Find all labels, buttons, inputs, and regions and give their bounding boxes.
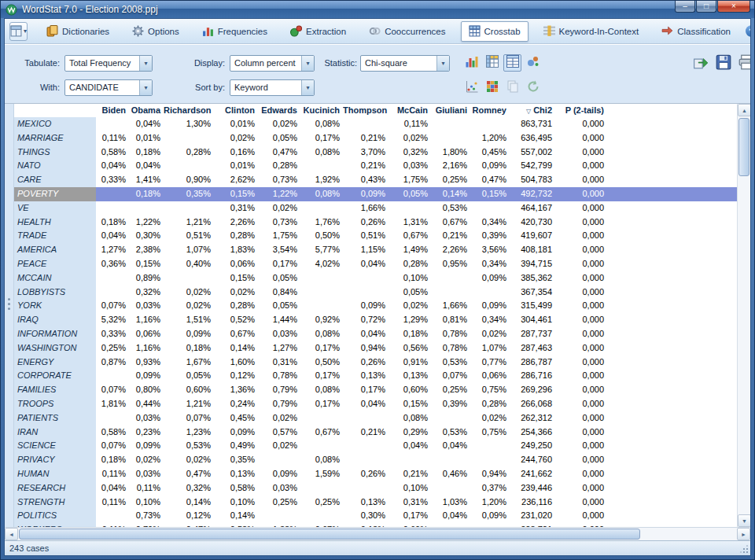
- table-row[interactable]: MARRIAGE0,11%0,01%0,02%0,05%0,17%0,21%0,…: [14, 131, 737, 146]
- help-button[interactable]: ? ▾: [746, 25, 751, 37]
- copy-button: [503, 79, 521, 97]
- table-row[interactable]: RESEARCH0,04%0,11%0,32%0,58%0,03%0,10%0,…: [14, 481, 737, 496]
- table-row[interactable]: CARE0,33%1,41%0,90%2,62%0,73%1,92%0,43%1…: [14, 173, 737, 187]
- table-row[interactable]: WASHINGTON0,25%1,16%0,18%0,14%1,27%0,17%…: [14, 341, 737, 356]
- tab-keyword-in-context[interactable]: Keyword-In-Context: [536, 21, 647, 42]
- value-cell: 1,29%: [389, 313, 431, 327]
- bubble-chart-button[interactable]: [524, 54, 542, 72]
- layout-menu-button[interactable]: ▾: [9, 22, 28, 41]
- table-row[interactable]: LOBBYISTS0,32%0,02%0,02%0,84%0,05%367,35…: [14, 286, 737, 300]
- sort-by-dropdown[interactable]: Keyword ▾: [230, 79, 315, 96]
- table-row[interactable]: POVERTY0,18%0,35%0,15%1,22%0,08%0,09%0,0…: [14, 187, 737, 201]
- table-row[interactable]: PEACE0,36%0,15%0,40%0,06%0,17%4,02%0,04%…: [14, 257, 737, 271]
- column-header-giuliani[interactable]: Giuliani: [431, 104, 470, 117]
- value-cell: 0,04%: [96, 481, 129, 496]
- dot-plot-button[interactable]: [462, 79, 481, 97]
- resize-grip[interactable]: [740, 545, 748, 553]
- table-row[interactable]: INFORMATION0,33%0,06%0,09%0,67%0,03%0,08…: [14, 327, 737, 341]
- column-header-chi2[interactable]: ▽Chi2: [510, 104, 555, 117]
- value-cell: 286,716: [510, 369, 555, 383]
- with-dropdown[interactable]: CANDIDATE ▾: [64, 79, 153, 96]
- vertical-scroll-thumb[interactable]: [738, 118, 749, 176]
- column-header-thompson[interactable]: Thompson: [343, 104, 389, 117]
- table-row[interactable]: AMERICA1,27%2,38%1,07%1,83%3,54%5,77%1,1…: [14, 243, 737, 257]
- value-cell: 0,10%: [389, 481, 431, 496]
- table-row[interactable]: MCCAIN0,89%0,15%0,05%0,10%0,09%385,3620,…: [14, 271, 737, 286]
- tab-cooccurrences[interactable]: Cooccurrences: [361, 21, 453, 42]
- statistic-dropdown[interactable]: Chi-square ▾: [360, 55, 450, 72]
- save-button[interactable]: [713, 54, 734, 73]
- title-bar[interactable]: WordStat 7.0 - Election 2008.ppj – □ ×: [1, 1, 754, 18]
- value-cell: 0,05%: [258, 271, 300, 286]
- bar-chart-button[interactable]: [462, 54, 481, 72]
- horizontal-scroll-thumb[interactable]: [19, 529, 640, 540]
- table-row[interactable]: YORK0,07%0,03%0,02%0,28%0,05%0,09%0,02%1…: [14, 299, 737, 313]
- print-icon: [738, 54, 751, 73]
- tab-classification[interactable]: Classification: [654, 21, 738, 42]
- table-row[interactable]: IRAN0,58%0,23%1,23%0,09%0,57%0,67%0,21%0…: [14, 426, 737, 440]
- table-row[interactable]: CORPORATE0,09%0,05%0,12%0,78%0,17%0,13%0…: [14, 369, 737, 383]
- table-row[interactable]: TROOPS1,81%0,44%1,21%0,24%0,79%0,17%0,04…: [14, 397, 737, 411]
- table-row[interactable]: TRADE0,04%0,30%0,51%0,28%1,75%0,50%0,51%…: [14, 229, 737, 243]
- column-header-p-2-tails-[interactable]: P (2-tails): [555, 104, 607, 117]
- value-cell: 0,14%: [214, 341, 258, 356]
- table-row[interactable]: POLITICS0,73%0,12%0,14%0,30%0,17%0,04%0,…: [14, 509, 737, 523]
- value-cell: 394,715: [510, 257, 555, 271]
- column-header-biden[interactable]: Biden: [96, 104, 129, 117]
- value-cell: 0,36%: [96, 257, 129, 271]
- table-row[interactable]: STRENGTH0,11%0,10%0,14%0,10%0,25%0,25%0,…: [14, 496, 737, 510]
- maximize-button[interactable]: □: [696, 1, 716, 13]
- tab-crosstab[interactable]: Crosstab: [461, 21, 528, 42]
- table-row[interactable]: PATIENTS0,03%0,07%0,45%0,02%0,08%0,02%26…: [14, 411, 737, 426]
- table-row[interactable]: ENERGY0,87%0,93%1,67%1,60%0,31%0,50%0,26…: [14, 356, 737, 370]
- horizontal-scrollbar[interactable]: ◄ ►: [5, 527, 750, 540]
- table-row[interactable]: VE0,31%0,02%1,66%0,53%464,1670,000: [14, 201, 737, 216]
- close-button[interactable]: ×: [717, 1, 750, 13]
- table-row[interactable]: HEALTH0,18%1,22%1,21%2,26%0,73%1,76%0,26…: [14, 216, 737, 230]
- scroll-left-button[interactable]: ◄: [5, 528, 18, 540]
- tab-dictionaries[interactable]: Dictionaries: [39, 21, 117, 42]
- print-button[interactable]: [736, 54, 751, 73]
- crosstab-grid-button[interactable]: [483, 54, 501, 72]
- heatmap-button[interactable]: [483, 79, 501, 97]
- keyword-cell: TROOPS: [14, 397, 96, 411]
- column-header-romney[interactable]: Romney: [470, 104, 510, 117]
- table-view-button[interactable]: [503, 54, 521, 72]
- tab-options[interactable]: Options: [124, 21, 187, 42]
- splitter-gutter[interactable]: [5, 104, 14, 527]
- value-cell: 0,06%: [470, 369, 510, 383]
- table-row[interactable]: MEXICO0,04%1,30%0,01%0,02%0,08%0,11%863,…: [14, 117, 737, 131]
- table-row[interactable]: IRAQ5,32%1,16%1,51%0,52%1,44%0,92%0,72%1…: [14, 313, 737, 327]
- column-header-kucinich[interactable]: Kucinich: [300, 104, 343, 117]
- tabulate-dropdown[interactable]: Total Frequency ▾: [64, 55, 153, 72]
- value-cell: 0,18%: [389, 327, 431, 341]
- export-button[interactable]: [691, 54, 711, 73]
- vertical-scrollbar[interactable]: ▲ ▼: [737, 104, 750, 527]
- column-header-mccain[interactable]: McCain: [389, 104, 431, 117]
- minimize-button[interactable]: –: [675, 1, 695, 13]
- value-cell: 1,22%: [258, 187, 300, 201]
- table-row[interactable]: SCIENCE0,07%0,09%0,53%0,49%0,02%0,04%0,0…: [14, 439, 737, 453]
- tab-extraction[interactable]: Extraction: [282, 21, 354, 42]
- value-cell: 0,000: [555, 131, 607, 146]
- column-header-edwards[interactable]: Edwards: [258, 104, 300, 117]
- value-cell: 0,17%: [343, 383, 389, 397]
- column-header-clinton[interactable]: Clinton: [214, 104, 258, 117]
- column-header-obama[interactable]: Obama: [129, 104, 164, 117]
- table-row[interactable]: NATO0,04%0,04%0,01%0,28%0,21%0,03%2,16%0…: [14, 159, 737, 173]
- keyword-column-header[interactable]: [14, 104, 96, 117]
- dropdown-arrow-icon: ▾: [306, 60, 309, 67]
- table-row[interactable]: HUMAN0,11%0,03%0,47%0,13%0,09%1,59%0,26%…: [14, 467, 737, 481]
- scroll-down-button[interactable]: ▼: [738, 514, 750, 527]
- table-row[interactable]: FAMILIES0,07%0,80%0,60%1,36%0,79%0,08%0,…: [14, 383, 737, 397]
- scroll-right-button[interactable]: ►: [737, 528, 750, 540]
- tab-frequencies[interactable]: Frequencies: [194, 21, 275, 42]
- table-row[interactable]: PRIVACY0,18%0,02%0,02%0,35%0,08%244,7600…: [14, 453, 737, 467]
- scroll-up-button[interactable]: ▲: [738, 104, 750, 116]
- column-header-richardson[interactable]: Richardson: [164, 104, 214, 117]
- value-cell: 1,81%: [96, 397, 129, 411]
- value-cell: 0,29%: [389, 426, 431, 440]
- table-row[interactable]: THINGS0,58%0,18%0,28%0,16%0,47%0,08%3,70…: [14, 146, 737, 160]
- value-cell: 0,50%: [300, 356, 343, 370]
- display-dropdown[interactable]: Column percent ▾: [230, 55, 315, 72]
